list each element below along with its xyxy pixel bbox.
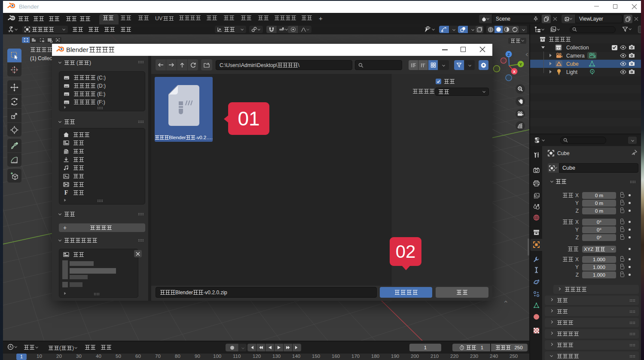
- svg-text:X: X: [513, 70, 516, 74]
- svg-text:Z: Z: [507, 52, 510, 57]
- svg-text:Y: Y: [519, 62, 522, 67]
